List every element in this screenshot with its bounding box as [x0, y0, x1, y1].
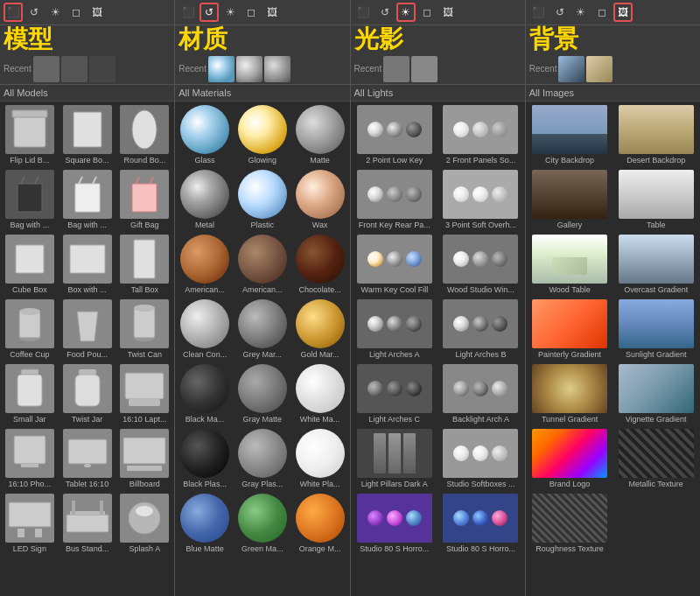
- bg-icon-image[interactable]: 🖼: [613, 3, 633, 22]
- list-item[interactable]: Light Arches C: [353, 362, 438, 425]
- list-item[interactable]: Metallic Texture: [613, 427, 698, 490]
- list-item[interactable]: White Ma...: [292, 362, 348, 425]
- list-item[interactable]: Wood Studio Win...: [438, 233, 523, 296]
- list-item[interactable]: Black Plas...: [177, 427, 233, 490]
- list-item[interactable]: Painterly Gradient: [528, 298, 612, 361]
- list-item[interactable]: Brand Logo: [528, 427, 612, 490]
- list-item[interactable]: Grey Mar...: [234, 298, 290, 361]
- list-item[interactable]: 2 Front Panels So...: [438, 103, 523, 166]
- models-icon-rotate[interactable]: ↺: [24, 3, 44, 22]
- light-icon-sun[interactable]: ☀: [396, 3, 416, 22]
- list-item[interactable]: Food Pou...: [60, 298, 116, 361]
- list-item[interactable]: Round Bo...: [117, 103, 173, 166]
- list-item[interactable]: Green Ma...: [234, 492, 290, 555]
- recent-thumb-3[interactable]: [89, 56, 116, 82]
- list-item[interactable]: Orange M...: [292, 492, 348, 555]
- list-item[interactable]: Coffee Cup: [2, 298, 58, 361]
- list-item[interactable]: Sunlight Gradient: [613, 298, 698, 361]
- list-item[interactable]: Bag with ...: [60, 168, 116, 231]
- bg-icon-sun[interactable]: ☀: [571, 3, 591, 22]
- bg-icon-cube[interactable]: ⬛: [529, 3, 549, 22]
- list-item[interactable]: Bag with ...: [2, 168, 58, 231]
- light-recent-1[interactable]: [383, 56, 410, 82]
- list-item[interactable]: Glass: [177, 103, 233, 166]
- list-item[interactable]: Box with ...: [60, 233, 116, 296]
- list-item[interactable]: Gray Matte: [234, 362, 290, 425]
- models-icon-cube[interactable]: ⬛: [4, 3, 23, 22]
- mat-recent-2[interactable]: [236, 56, 262, 82]
- list-item[interactable]: Gift Bag: [117, 168, 173, 231]
- light-icon-image[interactable]: 🖼: [438, 3, 458, 22]
- bg-icon-rotate[interactable]: ↺: [550, 3, 570, 22]
- list-item[interactable]: Splash A: [117, 492, 173, 555]
- list-item[interactable]: American...: [177, 233, 233, 296]
- bg-recent-1[interactable]: [558, 56, 584, 82]
- light-icon-rotate[interactable]: ↺: [375, 3, 395, 22]
- models-grid-container[interactable]: Flip Lid B... Square Bo... Round Bo...: [0, 102, 174, 596]
- list-item[interactable]: LED Sign: [2, 492, 58, 555]
- mat-icon-cube[interactable]: ⬛: [178, 3, 198, 22]
- list-item[interactable]: Light Pillars Dark A: [353, 427, 438, 490]
- mat-grid-container[interactable]: Glass Glowing Matte Metal: [175, 102, 349, 596]
- list-item[interactable]: Gallery: [528, 168, 612, 231]
- mat-icon-image[interactable]: 🖼: [262, 3, 282, 22]
- lights-grid-container[interactable]: 2 Point Low Key 2 Front Panels So...: [351, 102, 525, 596]
- list-item[interactable]: 16:10 Pho...: [2, 427, 58, 490]
- list-item[interactable]: Wood Table: [528, 233, 612, 296]
- list-item[interactable]: Twist Jar: [60, 362, 116, 425]
- list-item[interactable]: Warm Key Cool Fill: [353, 233, 438, 296]
- list-item[interactable]: Plastic: [234, 168, 290, 231]
- list-item[interactable]: Glowing: [234, 103, 290, 166]
- list-item[interactable]: White Pla...: [292, 427, 348, 490]
- models-icon-image[interactable]: 🖼: [88, 3, 107, 22]
- light-recent-2[interactable]: [411, 56, 438, 82]
- list-item[interactable]: Matte: [292, 103, 348, 166]
- list-item[interactable]: Bus Stand...: [60, 492, 116, 555]
- list-item[interactable]: Black Ma...: [177, 362, 233, 425]
- list-item[interactable]: Cube Box: [2, 233, 58, 296]
- list-item[interactable]: Roughness Texture: [528, 492, 612, 555]
- list-item[interactable]: Vignette Gradient: [613, 362, 698, 425]
- mat-recent-1[interactable]: [208, 56, 234, 82]
- list-item[interactable]: Table: [613, 168, 698, 231]
- models-icon-sun[interactable]: ☀: [46, 3, 65, 22]
- list-item[interactable]: Wax: [292, 168, 348, 231]
- list-item[interactable]: Square Bo...: [60, 103, 116, 166]
- mat-icon-rect[interactable]: ◻: [242, 3, 261, 22]
- list-item[interactable]: Tunnel Gradient: [528, 362, 612, 425]
- list-item[interactable]: City Backdrop: [528, 103, 612, 166]
- list-item[interactable]: Gray Plas...: [234, 427, 290, 490]
- list-item[interactable]: Backlight Arch A: [438, 362, 523, 425]
- list-item[interactable]: Tall Box: [117, 233, 173, 296]
- list-item[interactable]: Studio 80 S Horro...: [438, 492, 523, 555]
- list-item[interactable]: 2 Point Low Key: [353, 103, 438, 166]
- list-item[interactable]: Metal: [177, 168, 233, 231]
- list-item[interactable]: Light Arches B: [438, 298, 523, 361]
- list-item[interactable]: Blue Matte: [177, 492, 233, 555]
- list-item[interactable]: 16:10 Lapt...: [117, 362, 173, 425]
- list-item[interactable]: Desert Backdrop: [613, 103, 698, 166]
- mat-icon-sun[interactable]: ☀: [220, 3, 240, 22]
- bg-grid-container[interactable]: City Backdrop Desert Backdrop Gallery: [526, 102, 700, 596]
- mat-recent-3[interactable]: [264, 56, 290, 82]
- recent-thumb-1[interactable]: [33, 56, 60, 82]
- list-item[interactable]: 3 Point Soft Overh...: [438, 168, 523, 231]
- recent-thumb-2[interactable]: [61, 56, 88, 82]
- list-item[interactable]: Billboard: [117, 427, 173, 490]
- light-icon-rect[interactable]: ◻: [417, 3, 437, 22]
- list-item[interactable]: Tablet 16:10: [60, 427, 116, 490]
- bg-recent-2[interactable]: [586, 56, 612, 82]
- list-item[interactable]: Flip Lid B...: [2, 103, 58, 166]
- light-icon-cube[interactable]: ⬛: [354, 3, 374, 22]
- list-item[interactable]: Studio 80 S Horro...: [353, 492, 438, 555]
- bg-icon-rect[interactable]: ◻: [592, 3, 612, 22]
- list-item[interactable]: Small Jar: [2, 362, 58, 425]
- list-item[interactable]: Overcast Gradient: [613, 233, 698, 296]
- list-item[interactable]: Chocolate...: [292, 233, 348, 296]
- list-item[interactable]: Front Key Rear Pa...: [353, 168, 438, 231]
- list-item[interactable]: Studio Softboxes ...: [438, 427, 523, 490]
- mat-icon-rotate[interactable]: ↺: [200, 3, 219, 22]
- list-item[interactable]: Twist Can: [117, 298, 173, 361]
- list-item[interactable]: American...: [234, 233, 290, 296]
- models-icon-rect[interactable]: ◻: [66, 3, 86, 22]
